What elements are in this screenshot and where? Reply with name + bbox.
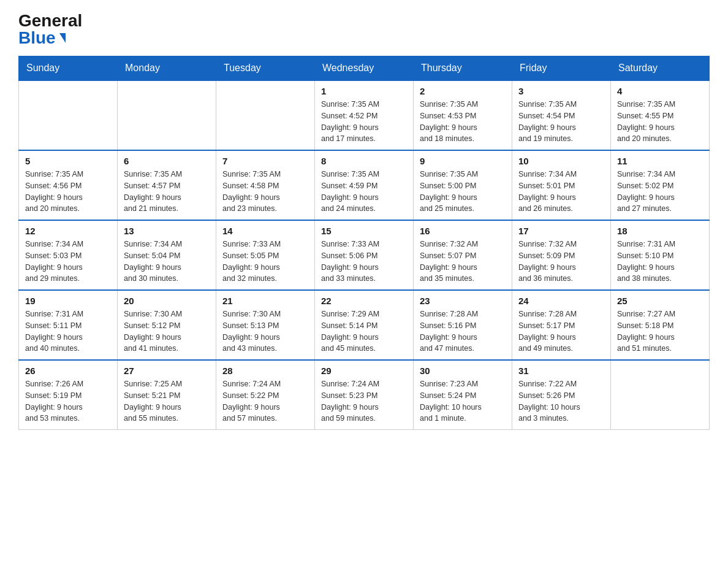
day-info: Sunrise: 7:32 AMSunset: 5:07 PMDaylight:…	[420, 239, 506, 285]
day-number: 7	[222, 156, 308, 166]
calendar-cell: 19Sunrise: 7:31 AMSunset: 5:11 PMDayligh…	[19, 290, 118, 360]
calendar-cell: 10Sunrise: 7:34 AMSunset: 5:01 PMDayligh…	[512, 150, 611, 220]
day-info: Sunrise: 7:35 AMSunset: 4:55 PMDaylight:…	[617, 99, 703, 145]
weekday-header-friday: Friday	[512, 56, 611, 81]
calendar-cell: 8Sunrise: 7:35 AMSunset: 4:59 PMDaylight…	[315, 150, 414, 220]
weekday-header-sunday: Sunday	[19, 56, 118, 81]
day-number: 23	[420, 296, 506, 306]
calendar-cell: 7Sunrise: 7:35 AMSunset: 4:58 PMDaylight…	[216, 150, 315, 220]
day-number: 19	[25, 296, 111, 306]
page-header: General Blue	[18, 12, 710, 47]
calendar-cell: 22Sunrise: 7:29 AMSunset: 5:14 PMDayligh…	[315, 290, 414, 360]
calendar-cell: 23Sunrise: 7:28 AMSunset: 5:16 PMDayligh…	[414, 290, 512, 360]
day-info: Sunrise: 7:27 AMSunset: 5:18 PMDaylight:…	[617, 308, 703, 354]
day-info: Sunrise: 7:31 AMSunset: 5:10 PMDaylight:…	[617, 239, 703, 285]
day-number: 22	[321, 296, 407, 306]
day-number: 29	[321, 366, 407, 376]
day-info: Sunrise: 7:33 AMSunset: 5:05 PMDaylight:…	[222, 239, 308, 285]
day-number: 12	[25, 226, 111, 236]
day-info: Sunrise: 7:35 AMSunset: 4:54 PMDaylight:…	[518, 99, 604, 145]
day-number: 4	[617, 86, 703, 96]
calendar-cell: 1Sunrise: 7:35 AMSunset: 4:52 PMDaylight…	[315, 80, 414, 150]
day-info: Sunrise: 7:30 AMSunset: 5:13 PMDaylight:…	[222, 308, 308, 354]
day-number: 2	[420, 86, 506, 96]
calendar-cell: 25Sunrise: 7:27 AMSunset: 5:18 PMDayligh…	[611, 290, 710, 360]
day-number: 15	[321, 226, 407, 236]
day-info: Sunrise: 7:23 AMSunset: 5:24 PMDaylight:…	[420, 378, 506, 424]
calendar-cell	[611, 360, 710, 430]
day-number: 24	[518, 296, 604, 306]
day-number: 3	[518, 86, 604, 96]
day-info: Sunrise: 7:30 AMSunset: 5:12 PMDaylight:…	[124, 308, 210, 354]
logo-general-text: General	[18, 12, 82, 29]
day-number: 6	[124, 156, 210, 166]
calendar-cell: 5Sunrise: 7:35 AMSunset: 4:56 PMDaylight…	[19, 150, 118, 220]
calendar-cell: 24Sunrise: 7:28 AMSunset: 5:17 PMDayligh…	[512, 290, 611, 360]
day-info: Sunrise: 7:35 AMSunset: 5:00 PMDaylight:…	[420, 169, 506, 215]
calendar-cell: 16Sunrise: 7:32 AMSunset: 5:07 PMDayligh…	[414, 220, 512, 290]
day-number: 25	[617, 296, 703, 306]
calendar-cell	[19, 80, 118, 150]
calendar-table: SundayMondayTuesdayWednesdayThursdayFrid…	[18, 56, 710, 430]
day-number: 11	[617, 156, 703, 166]
calendar-cell: 13Sunrise: 7:34 AMSunset: 5:04 PMDayligh…	[118, 220, 216, 290]
day-number: 10	[518, 156, 604, 166]
weekday-header-saturday: Saturday	[611, 56, 710, 81]
day-info: Sunrise: 7:32 AMSunset: 5:09 PMDaylight:…	[518, 239, 604, 285]
day-number: 18	[617, 226, 703, 236]
week-row-2: 5Sunrise: 7:35 AMSunset: 4:56 PMDaylight…	[19, 150, 710, 220]
calendar-cell: 14Sunrise: 7:33 AMSunset: 5:05 PMDayligh…	[216, 220, 315, 290]
calendar-cell: 21Sunrise: 7:30 AMSunset: 5:13 PMDayligh…	[216, 290, 315, 360]
week-row-4: 19Sunrise: 7:31 AMSunset: 5:11 PMDayligh…	[19, 290, 710, 360]
day-number: 31	[518, 366, 604, 376]
calendar-cell: 30Sunrise: 7:23 AMSunset: 5:24 PMDayligh…	[414, 360, 512, 430]
day-number: 5	[25, 156, 111, 166]
day-number: 14	[222, 226, 308, 236]
calendar-cell: 4Sunrise: 7:35 AMSunset: 4:55 PMDaylight…	[611, 80, 710, 150]
calendar-cell: 12Sunrise: 7:34 AMSunset: 5:03 PMDayligh…	[19, 220, 118, 290]
weekday-header-monday: Monday	[118, 56, 216, 81]
day-number: 27	[124, 366, 210, 376]
calendar-cell: 29Sunrise: 7:24 AMSunset: 5:23 PMDayligh…	[315, 360, 414, 430]
day-number: 20	[124, 296, 210, 306]
day-info: Sunrise: 7:28 AMSunset: 5:16 PMDaylight:…	[420, 308, 506, 354]
day-info: Sunrise: 7:35 AMSunset: 4:52 PMDaylight:…	[321, 99, 407, 145]
day-number: 8	[321, 156, 407, 166]
calendar-cell	[118, 80, 216, 150]
day-info: Sunrise: 7:24 AMSunset: 5:23 PMDaylight:…	[321, 378, 407, 424]
day-number: 13	[124, 226, 210, 236]
day-number: 16	[420, 226, 506, 236]
day-info: Sunrise: 7:35 AMSunset: 4:56 PMDaylight:…	[25, 169, 111, 215]
calendar-cell: 11Sunrise: 7:34 AMSunset: 5:02 PMDayligh…	[611, 150, 710, 220]
day-info: Sunrise: 7:22 AMSunset: 5:26 PMDaylight:…	[518, 378, 604, 424]
day-info: Sunrise: 7:34 AMSunset: 5:02 PMDaylight:…	[617, 169, 703, 215]
logo-triangle-icon	[59, 33, 66, 43]
weekday-header-thursday: Thursday	[414, 56, 512, 81]
week-row-1: 1Sunrise: 7:35 AMSunset: 4:52 PMDaylight…	[19, 80, 710, 150]
day-info: Sunrise: 7:35 AMSunset: 4:53 PMDaylight:…	[420, 99, 506, 145]
weekday-header-row: SundayMondayTuesdayWednesdayThursdayFrid…	[19, 56, 710, 81]
day-info: Sunrise: 7:35 AMSunset: 4:59 PMDaylight:…	[321, 169, 407, 215]
day-info: Sunrise: 7:25 AMSunset: 5:21 PMDaylight:…	[124, 378, 210, 424]
day-info: Sunrise: 7:34 AMSunset: 5:01 PMDaylight:…	[518, 169, 604, 215]
calendar-cell	[216, 80, 315, 150]
calendar-cell: 26Sunrise: 7:26 AMSunset: 5:19 PMDayligh…	[19, 360, 118, 430]
day-number: 1	[321, 86, 407, 96]
calendar-cell: 15Sunrise: 7:33 AMSunset: 5:06 PMDayligh…	[315, 220, 414, 290]
day-info: Sunrise: 7:34 AMSunset: 5:04 PMDaylight:…	[124, 239, 210, 285]
weekday-header-wednesday: Wednesday	[315, 56, 414, 81]
calendar-cell: 20Sunrise: 7:30 AMSunset: 5:12 PMDayligh…	[118, 290, 216, 360]
calendar-cell: 9Sunrise: 7:35 AMSunset: 5:00 PMDaylight…	[414, 150, 512, 220]
calendar-cell: 17Sunrise: 7:32 AMSunset: 5:09 PMDayligh…	[512, 220, 611, 290]
day-number: 26	[25, 366, 111, 376]
day-info: Sunrise: 7:34 AMSunset: 5:03 PMDaylight:…	[25, 239, 111, 285]
day-info: Sunrise: 7:35 AMSunset: 4:57 PMDaylight:…	[124, 169, 210, 215]
calendar-cell: 2Sunrise: 7:35 AMSunset: 4:53 PMDaylight…	[414, 80, 512, 150]
logo: General Blue	[18, 12, 82, 47]
day-info: Sunrise: 7:24 AMSunset: 5:22 PMDaylight:…	[222, 378, 308, 424]
calendar-cell: 27Sunrise: 7:25 AMSunset: 5:21 PMDayligh…	[118, 360, 216, 430]
day-info: Sunrise: 7:31 AMSunset: 5:11 PMDaylight:…	[25, 308, 111, 354]
day-info: Sunrise: 7:26 AMSunset: 5:19 PMDaylight:…	[25, 378, 111, 424]
day-number: 30	[420, 366, 506, 376]
logo-blue-text: Blue	[18, 29, 66, 47]
